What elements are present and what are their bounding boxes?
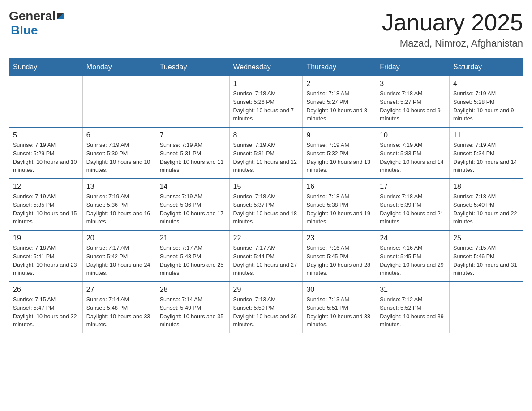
day-info: Sunrise: 7:19 AM Sunset: 5:31 PM Dayligh… xyxy=(160,141,226,175)
calendar-week-row: 19Sunrise: 7:18 AM Sunset: 5:41 PM Dayli… xyxy=(9,230,523,282)
day-info: Sunrise: 7:18 AM Sunset: 5:39 PM Dayligh… xyxy=(380,193,446,226)
title-section: January 2025 Mazad, Nimroz, Afghanistan xyxy=(382,9,523,49)
day-info: Sunrise: 7:18 AM Sunset: 5:37 PM Dayligh… xyxy=(233,193,299,226)
calendar-cell: 21Sunrise: 7:17 AM Sunset: 5:43 PM Dayli… xyxy=(156,230,229,282)
day-number: 20 xyxy=(86,234,152,242)
calendar-cell: 13Sunrise: 7:19 AM Sunset: 5:36 PM Dayli… xyxy=(82,179,156,230)
calendar-cell: 31Sunrise: 7:12 AM Sunset: 5:52 PM Dayli… xyxy=(376,282,450,333)
day-number: 21 xyxy=(160,234,226,242)
location-title: Mazad, Nimroz, Afghanistan xyxy=(382,38,523,49)
calendar-cell: 22Sunrise: 7:17 AM Sunset: 5:44 PM Dayli… xyxy=(229,230,303,282)
day-info: Sunrise: 7:17 AM Sunset: 5:44 PM Dayligh… xyxy=(233,244,299,278)
day-number: 6 xyxy=(86,131,152,139)
calendar-cell: 10Sunrise: 7:19 AM Sunset: 5:33 PM Dayli… xyxy=(376,127,450,179)
day-number: 8 xyxy=(233,131,299,139)
day-number: 25 xyxy=(453,234,519,242)
day-info: Sunrise: 7:15 AM Sunset: 5:46 PM Dayligh… xyxy=(453,244,519,278)
day-number: 24 xyxy=(380,234,446,242)
day-number: 31 xyxy=(380,286,446,294)
calendar-cell: 25Sunrise: 7:15 AM Sunset: 5:46 PM Dayli… xyxy=(450,230,523,282)
calendar-cell: 17Sunrise: 7:18 AM Sunset: 5:39 PM Dayli… xyxy=(376,179,450,230)
day-info: Sunrise: 7:18 AM Sunset: 5:41 PM Dayligh… xyxy=(13,244,79,278)
calendar-week-row: 26Sunrise: 7:15 AM Sunset: 5:47 PM Dayli… xyxy=(9,282,523,333)
calendar-cell: 28Sunrise: 7:14 AM Sunset: 5:49 PM Dayli… xyxy=(156,282,229,333)
day-info: Sunrise: 7:19 AM Sunset: 5:36 PM Dayligh… xyxy=(160,193,226,226)
day-number: 13 xyxy=(86,183,152,191)
day-number: 23 xyxy=(306,234,372,242)
calendar-cell: 16Sunrise: 7:18 AM Sunset: 5:38 PM Dayli… xyxy=(303,179,376,230)
calendar-cell: 9Sunrise: 7:19 AM Sunset: 5:32 PM Daylig… xyxy=(303,127,376,179)
calendar-cell xyxy=(156,76,229,128)
calendar-cell xyxy=(450,282,523,333)
day-info: Sunrise: 7:19 AM Sunset: 5:35 PM Dayligh… xyxy=(13,193,79,226)
day-number: 27 xyxy=(86,286,152,294)
day-number: 4 xyxy=(453,80,519,88)
day-info: Sunrise: 7:13 AM Sunset: 5:50 PM Dayligh… xyxy=(233,295,299,329)
day-number: 5 xyxy=(13,131,79,139)
day-info: Sunrise: 7:19 AM Sunset: 5:30 PM Dayligh… xyxy=(86,141,152,175)
calendar-table: SundayMondayTuesdayWednesdayThursdayFrid… xyxy=(9,58,523,333)
day-info: Sunrise: 7:16 AM Sunset: 5:45 PM Dayligh… xyxy=(306,244,372,278)
day-info: Sunrise: 7:19 AM Sunset: 5:34 PM Dayligh… xyxy=(453,141,519,175)
day-info: Sunrise: 7:18 AM Sunset: 5:38 PM Dayligh… xyxy=(306,193,372,226)
month-title: January 2025 xyxy=(382,9,523,36)
calendar-cell: 1Sunrise: 7:18 AM Sunset: 5:26 PM Daylig… xyxy=(229,76,303,128)
day-of-week-header: Saturday xyxy=(450,59,523,76)
day-of-week-header: Monday xyxy=(82,59,156,76)
calendar-cell: 15Sunrise: 7:18 AM Sunset: 5:37 PM Dayli… xyxy=(229,179,303,230)
day-info: Sunrise: 7:17 AM Sunset: 5:42 PM Dayligh… xyxy=(86,244,152,278)
calendar-cell: 7Sunrise: 7:19 AM Sunset: 5:31 PM Daylig… xyxy=(156,127,229,179)
logo-general-text: General xyxy=(9,9,56,23)
calendar-week-row: 5Sunrise: 7:19 AM Sunset: 5:29 PM Daylig… xyxy=(9,127,523,179)
day-number: 22 xyxy=(233,234,299,242)
day-number: 10 xyxy=(380,131,446,139)
calendar-cell: 23Sunrise: 7:16 AM Sunset: 5:45 PM Dayli… xyxy=(303,230,376,282)
day-info: Sunrise: 7:19 AM Sunset: 5:28 PM Dayligh… xyxy=(453,90,519,123)
calendar-cell: 2Sunrise: 7:18 AM Sunset: 5:27 PM Daylig… xyxy=(303,76,376,128)
day-number: 19 xyxy=(13,234,79,242)
day-info: Sunrise: 7:19 AM Sunset: 5:31 PM Dayligh… xyxy=(233,141,299,175)
calendar-cell: 30Sunrise: 7:13 AM Sunset: 5:51 PM Dayli… xyxy=(303,282,376,333)
calendar-cell: 11Sunrise: 7:19 AM Sunset: 5:34 PM Dayli… xyxy=(450,127,523,179)
calendar-cell: 29Sunrise: 7:13 AM Sunset: 5:50 PM Dayli… xyxy=(229,282,303,333)
day-number: 2 xyxy=(306,80,372,88)
day-of-week-header: Tuesday xyxy=(156,59,229,76)
calendar-cell: 27Sunrise: 7:14 AM Sunset: 5:48 PM Dayli… xyxy=(82,282,156,333)
page-header: General Blue January 2025 Mazad, Nimroz,… xyxy=(9,9,523,49)
day-info: Sunrise: 7:19 AM Sunset: 5:33 PM Dayligh… xyxy=(380,141,446,175)
day-info: Sunrise: 7:13 AM Sunset: 5:51 PM Dayligh… xyxy=(306,295,372,329)
calendar-cell: 18Sunrise: 7:18 AM Sunset: 5:40 PM Dayli… xyxy=(450,179,523,230)
calendar-week-row: 1Sunrise: 7:18 AM Sunset: 5:26 PM Daylig… xyxy=(9,76,523,128)
calendar-cell: 6Sunrise: 7:19 AM Sunset: 5:30 PM Daylig… xyxy=(82,127,156,179)
day-of-week-header: Friday xyxy=(376,59,450,76)
day-number: 30 xyxy=(306,286,372,294)
calendar-cell xyxy=(82,76,156,128)
day-of-week-header: Wednesday xyxy=(229,59,303,76)
day-number: 29 xyxy=(233,286,299,294)
calendar-header-row: SundayMondayTuesdayWednesdayThursdayFrid… xyxy=(9,59,523,76)
calendar-cell: 19Sunrise: 7:18 AM Sunset: 5:41 PM Dayli… xyxy=(9,230,83,282)
logo-blue-text: Blue xyxy=(11,23,38,38)
day-info: Sunrise: 7:19 AM Sunset: 5:32 PM Dayligh… xyxy=(306,141,372,175)
calendar-cell: 26Sunrise: 7:15 AM Sunset: 5:47 PM Dayli… xyxy=(9,282,83,333)
day-number: 15 xyxy=(233,183,299,191)
day-number: 18 xyxy=(453,183,519,191)
day-number: 7 xyxy=(160,131,226,139)
day-number: 17 xyxy=(380,183,446,191)
calendar-cell: 3Sunrise: 7:18 AM Sunset: 5:27 PM Daylig… xyxy=(376,76,450,128)
calendar-cell: 4Sunrise: 7:19 AM Sunset: 5:28 PM Daylig… xyxy=(450,76,523,128)
calendar-cell: 5Sunrise: 7:19 AM Sunset: 5:29 PM Daylig… xyxy=(9,127,83,179)
calendar-cell: 20Sunrise: 7:17 AM Sunset: 5:42 PM Dayli… xyxy=(82,230,156,282)
day-info: Sunrise: 7:14 AM Sunset: 5:49 PM Dayligh… xyxy=(160,295,226,329)
day-number: 11 xyxy=(453,131,519,139)
logo: General Blue xyxy=(9,9,65,38)
day-of-week-header: Sunday xyxy=(9,59,83,76)
day-info: Sunrise: 7:19 AM Sunset: 5:29 PM Dayligh… xyxy=(13,141,79,175)
day-info: Sunrise: 7:17 AM Sunset: 5:43 PM Dayligh… xyxy=(160,244,226,278)
day-info: Sunrise: 7:18 AM Sunset: 5:27 PM Dayligh… xyxy=(306,90,372,123)
day-number: 12 xyxy=(13,183,79,191)
day-info: Sunrise: 7:18 AM Sunset: 5:26 PM Dayligh… xyxy=(233,90,299,123)
day-number: 26 xyxy=(13,286,79,294)
calendar-week-row: 12Sunrise: 7:19 AM Sunset: 5:35 PM Dayli… xyxy=(9,179,523,230)
day-number: 16 xyxy=(306,183,372,191)
